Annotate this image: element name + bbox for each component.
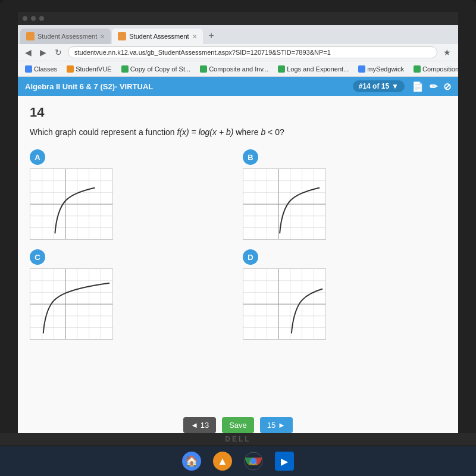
new-tab-button[interactable]: + bbox=[204, 28, 219, 43]
counter-label: #14 of 15 bbox=[359, 82, 389, 90]
chrome-icon-svg bbox=[244, 452, 263, 471]
bookmark-button[interactable]: ★ bbox=[441, 46, 453, 58]
bookmark-icon-copy bbox=[121, 65, 129, 73]
address-field[interactable]: studentvue.nn.k12.va.us/gb_StudentAssess… bbox=[68, 46, 437, 58]
graph-C bbox=[30, 268, 113, 340]
choice-D[interactable]: D bbox=[243, 249, 446, 340]
question-number: 14 bbox=[30, 105, 446, 120]
bookmark-icon-logs bbox=[278, 65, 285, 73]
bookmarks-bar: Classes StudentVUE Copy of Copy of St...… bbox=[18, 61, 458, 77]
dell-text: DELL bbox=[225, 435, 250, 443]
bookmark-composite[interactable]: Composite and Inv... bbox=[198, 64, 271, 74]
copy-icon[interactable]: 📄 bbox=[412, 81, 424, 92]
tab-active-label: Student Assessment bbox=[129, 33, 189, 40]
back-button[interactable]: ◀ bbox=[23, 46, 34, 58]
graph-D bbox=[243, 268, 326, 340]
toolbar-icons: 📄 ✏ ⊘ bbox=[412, 81, 451, 92]
dell-logo: DELL bbox=[0, 433, 476, 445]
prev-button[interactable]: ◄ 13 bbox=[183, 417, 216, 433]
bookmark-mysedgwick[interactable]: mySedgwick bbox=[356, 64, 406, 74]
choice-B[interactable]: B bbox=[243, 149, 446, 240]
tab-favicon-2 bbox=[118, 32, 126, 40]
forward-button[interactable]: ▶ bbox=[37, 46, 49, 58]
edit-icon[interactable]: ✏ bbox=[430, 81, 437, 92]
bookmark-composition[interactable]: Composition of Fu... bbox=[411, 64, 458, 74]
tab-bar: Student Assessment ✕ Student Assessment … bbox=[18, 25, 458, 44]
choice-label-A[interactable]: A bbox=[30, 149, 45, 165]
choice-label-B[interactable]: B bbox=[243, 149, 258, 165]
block-icon[interactable]: ⊘ bbox=[443, 81, 451, 92]
svg-point-54 bbox=[250, 458, 256, 464]
question-area: 14 Which graph could represent a functio… bbox=[18, 96, 458, 410]
address-bar: ◀ ▶ ↻ studentvue.nn.k12.va.us/gb_Student… bbox=[18, 44, 458, 61]
browser-window: Student Assessment ✕ Student Assessment … bbox=[18, 25, 458, 440]
browser-screen: Student Assessment ✕ Student Assessment … bbox=[18, 12, 458, 440]
graph-A bbox=[30, 168, 113, 240]
bookmark-classes[interactable]: Classes bbox=[23, 64, 60, 74]
laptop-screen: Student Assessment ✕ Student Assessment … bbox=[0, 0, 476, 452]
bookmark-logs[interactable]: Logs and Exponent... bbox=[275, 64, 351, 74]
bookmark-studentvue[interactable]: StudentVUE bbox=[64, 64, 114, 74]
os-bar bbox=[18, 12, 458, 25]
taskbar-icon-drive[interactable]: ▲ bbox=[213, 452, 232, 471]
choice-label-D[interactable]: D bbox=[243, 249, 258, 265]
taskbar: 🏠 ▲ ▶ bbox=[0, 446, 476, 476]
taskbar-icon-video[interactable]: ▶ bbox=[275, 452, 294, 471]
bookmark-label-mysedgwick: mySedgwick bbox=[367, 65, 404, 73]
question-math: f(x) = log(x + b) bbox=[177, 127, 233, 137]
taskbar-home-symbol: 🏠 bbox=[185, 455, 198, 468]
bookmark-copy[interactable]: Copy of Copy of St... bbox=[119, 64, 193, 74]
choice-A[interactable]: A bbox=[30, 149, 233, 240]
choice-C[interactable]: C bbox=[30, 249, 233, 340]
bookmark-label-classes: Classes bbox=[34, 65, 57, 73]
refresh-button[interactable]: ↻ bbox=[52, 46, 64, 58]
assessment-title: Algebra II Unit 6 & 7 (S2)- VIRTUAL bbox=[25, 82, 346, 91]
bookmark-label-studentvue: StudentVUE bbox=[76, 65, 112, 73]
tab-inactive[interactable]: Student Assessment ✕ bbox=[20, 29, 111, 44]
bookmark-label-composition: Composition of Fu... bbox=[422, 65, 458, 73]
choice-label-C[interactable]: C bbox=[30, 249, 45, 265]
bookmark-icon-studentvue bbox=[67, 65, 74, 73]
counter-arrow: ▼ bbox=[392, 82, 399, 90]
bookmark-label-logs: Logs and Exponent... bbox=[287, 65, 349, 73]
tab-active[interactable]: Student Assessment ✕ bbox=[112, 29, 202, 44]
save-button[interactable]: Save bbox=[222, 417, 254, 433]
graph-B bbox=[243, 168, 326, 240]
tab-close-1[interactable]: ✕ bbox=[100, 33, 105, 40]
question-counter[interactable]: #14 of 15 ▼ bbox=[353, 80, 405, 92]
os-dot-3 bbox=[39, 16, 44, 21]
taskbar-drive-symbol: ▲ bbox=[217, 455, 228, 468]
tab-inactive-label: Student Assessment bbox=[37, 33, 97, 40]
bookmark-icon-composite bbox=[200, 65, 207, 73]
taskbar-video-symbol: ▶ bbox=[281, 456, 288, 467]
assessment-toolbar: Algebra II Unit 6 & 7 (S2)- VIRTUAL #14 … bbox=[18, 77, 458, 96]
taskbar-icon-home[interactable]: 🏠 bbox=[182, 452, 201, 471]
page-content: Algebra II Unit 6 & 7 (S2)- VIRTUAL #14 … bbox=[18, 77, 458, 440]
bookmark-label-composite: Composite and Inv... bbox=[209, 65, 268, 73]
next-button[interactable]: 15 ► bbox=[260, 417, 293, 433]
question-text: Which graph could represent a function f… bbox=[30, 126, 446, 139]
bookmark-icon-mysedgwick bbox=[358, 65, 365, 73]
bookmark-icon-classes bbox=[25, 65, 32, 73]
tab-favicon-1 bbox=[26, 32, 35, 40]
os-dot-1 bbox=[23, 16, 27, 21]
bookmark-icon-composition bbox=[414, 65, 421, 73]
taskbar-icon-chrome[interactable] bbox=[244, 452, 263, 471]
choices-grid: A bbox=[30, 149, 446, 340]
tab-close-2[interactable]: ✕ bbox=[192, 33, 197, 40]
bookmark-label-copy: Copy of Copy of St... bbox=[130, 65, 191, 73]
os-dot-2 bbox=[31, 16, 36, 21]
